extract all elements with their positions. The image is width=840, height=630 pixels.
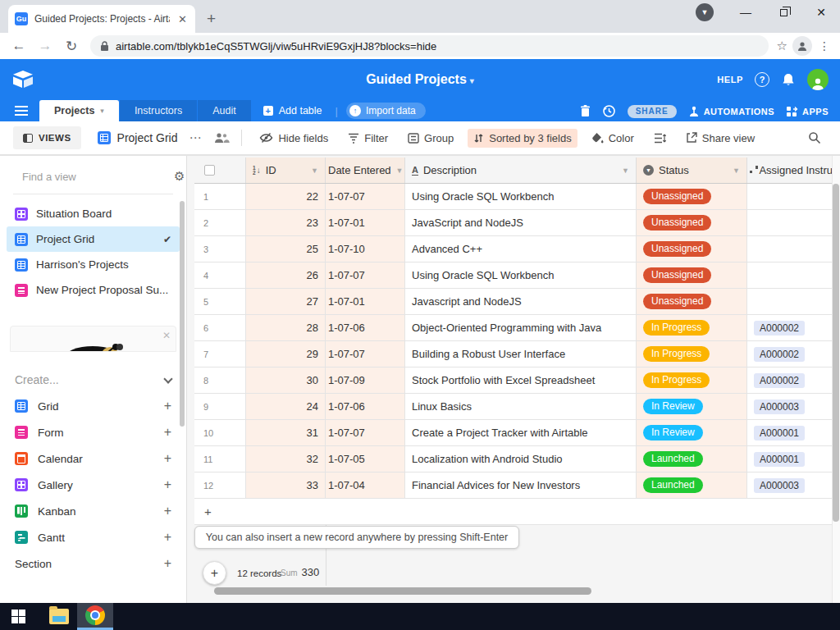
table-tab[interactable]: Audit: [198, 100, 251, 121]
table-tab[interactable]: Projects▾: [39, 100, 119, 121]
cell-date-entered[interactable]: 1-07-06: [326, 394, 405, 419]
cell-assigned-instructor[interactable]: A000002: [747, 315, 839, 340]
window-close-button[interactable]: ✕: [802, 0, 840, 25]
cell-description[interactable]: Stock Portfolio with Excel Spreadsheet: [405, 368, 637, 393]
cell-status[interactable]: In Progress: [637, 341, 747, 367]
table-row[interactable]: 5 27 1-07-01 Javascript and NodeJS Unass…: [194, 289, 839, 315]
create-view-item[interactable]: Section +: [0, 550, 186, 577]
cell-id[interactable]: 23: [246, 210, 326, 235]
row-number[interactable]: 4: [194, 262, 246, 288]
add-view-plus-button[interactable]: +: [164, 530, 171, 545]
refresh-icon[interactable]: ↻: [61, 38, 82, 55]
share-button[interactable]: SHARE: [628, 105, 677, 118]
add-view-plus-button[interactable]: +: [164, 425, 171, 440]
sidebar-view-item[interactable]: Harrison's Projects ✔: [7, 252, 180, 277]
row-number[interactable]: 10: [194, 420, 246, 445]
trash-icon[interactable]: [580, 105, 591, 117]
help-question-icon[interactable]: ?: [755, 72, 769, 87]
add-record-fab-button[interactable]: +: [203, 561, 226, 585]
cell-date-entered[interactable]: 1-07-07: [326, 341, 405, 367]
add-view-plus-button[interactable]: +: [164, 556, 171, 571]
cell-description[interactable]: Javascript and NodeJS: [405, 289, 637, 314]
cell-id[interactable]: 31: [246, 420, 326, 445]
add-view-plus-button[interactable]: +: [164, 451, 171, 466]
back-icon[interactable]: ←: [8, 38, 30, 54]
column-summary[interactable]: Sum 330: [281, 566, 319, 578]
column-caret-icon[interactable]: ▼: [396, 167, 404, 175]
sort-button[interactable]: Sorted by 3 fields: [468, 129, 577, 148]
help-button[interactable]: HELP: [717, 75, 743, 84]
search-button[interactable]: [802, 128, 827, 148]
promo-close-icon[interactable]: ✕: [162, 330, 171, 341]
base-title[interactable]: Guided Projects▾: [0, 72, 840, 87]
cell-assigned-instructor[interactable]: [747, 236, 839, 262]
column-header-id[interactable]: 12↓ ID ▼: [246, 158, 326, 183]
row-number[interactable]: 6: [194, 315, 246, 340]
cell-id[interactable]: 33: [246, 472, 326, 498]
sidebar-view-item[interactable]: Situation Board ✔: [7, 201, 180, 226]
cell-description[interactable]: JavaScript and NodeJS: [405, 210, 637, 235]
table-row[interactable]: 8 30 1-07-09 Stock Portfolio with Excel …: [194, 368, 839, 394]
cell-description[interactable]: Localization with Android Studio: [405, 446, 637, 472]
cell-assigned-instructor[interactable]: [747, 184, 839, 209]
start-button[interactable]: [0, 603, 36, 630]
cell-id[interactable]: 29: [246, 341, 326, 367]
cell-id[interactable]: 25: [246, 236, 326, 262]
window-minimize-button[interactable]: —: [727, 0, 765, 25]
cell-date-entered[interactable]: 1-07-04: [326, 472, 405, 498]
row-number[interactable]: 8: [194, 368, 246, 393]
add-record-row[interactable]: +: [194, 499, 839, 525]
vertical-scrollbar-track[interactable]: [832, 156, 840, 603]
cell-description[interactable]: Create a Project Tracker with Airtable: [405, 420, 637, 445]
create-view-item[interactable]: Kanban +: [0, 498, 186, 524]
cell-description[interactable]: Linux Basics: [405, 394, 637, 419]
table-row[interactable]: 9 24 1-07-06 Linux Basics In Review A000…: [194, 394, 839, 420]
row-number[interactable]: 11: [194, 446, 246, 472]
browser-tab[interactable]: Gu Guided Projects: Projects - Airtab ✕: [8, 5, 195, 33]
cell-date-entered[interactable]: 1-07-01: [326, 210, 405, 235]
cell-assigned-instructor[interactable]: A000002: [747, 368, 839, 393]
cell-status[interactable]: Unassigned: [637, 262, 747, 288]
cell-status[interactable]: Unassigned: [637, 289, 747, 314]
cell-description[interactable]: Financial Advices for New Investors: [405, 472, 637, 498]
sidebar-scrollbar[interactable]: [180, 201, 185, 427]
cell-description[interactable]: Building a Robust User Interface: [405, 341, 637, 367]
cell-id[interactable]: 24: [246, 394, 326, 419]
table-row[interactable]: 4 26 1-07-07 Using Oracle SQL Workbench …: [194, 262, 839, 289]
cell-date-entered[interactable]: 1-07-05: [326, 446, 405, 472]
cell-assigned-instructor[interactable]: A000001: [747, 420, 839, 445]
column-header-status[interactable]: ▼ Status ▼: [637, 158, 747, 183]
table-row[interactable]: 10 31 1-07-07 Create a Project Tracker w…: [194, 420, 839, 446]
cell-status[interactable]: Unassigned: [637, 184, 747, 209]
column-caret-icon[interactable]: ▼: [733, 167, 740, 175]
browser-profile-avatar[interactable]: [792, 36, 812, 56]
table-row[interactable]: 1 22 1-07-07 Using Oracle SQL Workbench …: [194, 184, 839, 210]
create-view-item[interactable]: Grid +: [0, 393, 186, 419]
notifications-bell-icon[interactable]: [781, 72, 796, 87]
cell-id[interactable]: 26: [246, 262, 326, 288]
table-row[interactable]: 12 33 1-07-04 Financial Advices for New …: [194, 472, 839, 499]
cell-status[interactable]: In Review: [637, 394, 747, 419]
column-header-assigned-instructor[interactable]: Assigned Instru: [747, 158, 839, 183]
column-header-date-entered[interactable]: Date Entered ▼: [326, 158, 405, 183]
chrome-taskbar-button[interactable]: [77, 603, 113, 630]
cell-date-entered[interactable]: 1-07-07: [326, 262, 405, 288]
create-view-item[interactable]: Calendar +: [0, 445, 186, 472]
bookmark-star-icon[interactable]: ☆: [777, 39, 788, 53]
window-restore-button[interactable]: [765, 0, 802, 25]
row-number[interactable]: 5: [194, 289, 246, 314]
current-view-name[interactable]: Project Grid: [98, 131, 178, 144]
table-row[interactable]: 7 29 1-07-07 Building a Robust User Inte…: [194, 341, 839, 368]
cell-date-entered[interactable]: 1-07-07: [326, 420, 405, 445]
file-explorer-button[interactable]: [41, 603, 77, 630]
tab-search-icon[interactable]: ▼: [696, 3, 714, 21]
header-select-all[interactable]: [194, 158, 246, 183]
table-row[interactable]: 3 25 1-07-10 Advanced C++ Unassigned: [194, 236, 839, 262]
create-section-header[interactable]: Create...: [15, 373, 171, 386]
automations-button[interactable]: AUTOMATIONS: [688, 106, 774, 117]
row-number[interactable]: 3: [194, 236, 246, 262]
column-caret-icon[interactable]: ▼: [622, 167, 629, 175]
sidebar-view-item[interactable]: Project Grid ✔: [7, 226, 180, 252]
column-header-description[interactable]: A Description ▼: [405, 158, 637, 183]
horizontal-scrollbar[interactable]: [214, 587, 591, 595]
